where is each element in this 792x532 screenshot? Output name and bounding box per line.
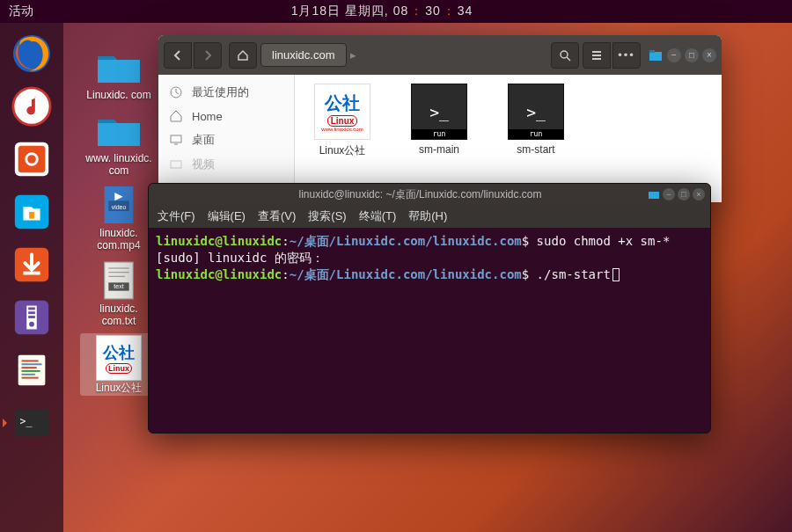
- sidebar-label: Home: [192, 110, 223, 123]
- sidebar-item-recent[interactable]: 最近使用的: [158, 80, 294, 105]
- search-button[interactable]: [551, 42, 579, 69]
- sidebar-item-desktop[interactable]: 桌面: [158, 128, 294, 152]
- menu-view[interactable]: 查看(V): [258, 208, 296, 224]
- desktop-folder-linuxidc[interactable]: Linuxidc. com: [80, 44, 158, 104]
- logo-text: 公社: [103, 342, 135, 363]
- svg-text:text: text: [114, 283, 123, 289]
- folder-small-icon: [648, 188, 660, 200]
- file-label: linuxidc. com.mp4: [82, 228, 156, 252]
- svg-rect-18: [22, 361, 39, 362]
- terminal-content[interactable]: linuxidc@linuxidc:~/桌面/Linuxidc.com/linu…: [149, 228, 710, 288]
- close-button[interactable]: ×: [702, 48, 716, 62]
- desktop-video-file[interactable]: video linuxidc. com.mp4: [80, 182, 158, 254]
- desktop-icons: Linuxidc. com www. linuxidc. com video l…: [79, 44, 158, 396]
- folder-label: Linuxidc. com: [86, 90, 150, 102]
- sidebar-label: 最近使用的: [192, 84, 249, 100]
- file-label: Linux公社: [307, 143, 378, 158]
- text-editor-icon[interactable]: [8, 346, 55, 394]
- video-icon: [169, 157, 183, 171]
- svg-rect-8: [29, 212, 34, 219]
- terminal-titlebar[interactable]: linuxidc@linuxidc: ~/桌面/Linuxidc.com/lin…: [149, 184, 710, 205]
- clock[interactable]: 1月18日 星期四, 08：30：34: [291, 4, 473, 19]
- sidebar-label: 视频: [192, 157, 215, 172]
- maximize-button[interactable]: □: [685, 48, 699, 62]
- svg-line-37: [567, 57, 570, 61]
- maximize-button[interactable]: □: [678, 188, 690, 200]
- menu-search[interactable]: 搜索(S): [308, 208, 346, 224]
- svg-rect-46: [171, 161, 181, 168]
- sidebar-label: 桌面: [192, 132, 215, 148]
- screenshot-icon[interactable]: [8, 135, 55, 183]
- terminal-line: linuxidc@linuxidc:~/桌面/Linuxidc.com/linu…: [156, 233, 703, 250]
- file-exec-sm-start[interactable]: >_ sm-start: [501, 84, 571, 156]
- logo-linux: Linux: [327, 115, 358, 127]
- terminal-window: linuxidc@linuxidc: ~/桌面/Linuxidc.com/lin…: [148, 183, 711, 434]
- svg-point-16: [29, 322, 34, 327]
- svg-rect-42: [649, 50, 655, 53]
- home-icon: [169, 109, 183, 123]
- menu-help[interactable]: 帮助(H): [408, 208, 447, 224]
- firefox-icon[interactable]: [8, 30, 55, 77]
- terminal-title: linuxidc@linuxidc: ~/桌面/Linuxidc.com/lin…: [193, 187, 648, 202]
- desktop-folder-www[interactable]: www. linuxidc. com: [80, 107, 158, 179]
- breadcrumb-item[interactable]: linuxidc.com: [260, 43, 347, 67]
- file-exec-sm-main[interactable]: >_ sm-main: [404, 84, 474, 156]
- more-options-button[interactable]: •••: [612, 42, 641, 69]
- svg-rect-30: [105, 262, 134, 299]
- top-panel: 活动 1月18日 星期四, 08：30：34: [0, 0, 792, 23]
- terminal-menubar: 文件(F) 编辑(E) 查看(V) 搜索(S) 终端(T) 帮助(H): [149, 205, 710, 228]
- folder-label: www. linuxidc. com: [82, 153, 156, 178]
- music-player-icon[interactable]: [8, 83, 55, 130]
- terminal-icon[interactable]: >_: [8, 399, 55, 447]
- file-label: Linux公社: [96, 383, 143, 395]
- logo-linux: Linux: [106, 363, 132, 374]
- terminal-line: linuxidc@linuxidc:~/桌面/Linuxidc.com/linu…: [156, 266, 703, 283]
- file-label: linuxidc. com.txt: [82, 303, 156, 328]
- nav-back-button[interactable]: [164, 42, 192, 69]
- file-label: sm-start: [501, 143, 571, 156]
- menu-file[interactable]: 文件(F): [158, 208, 195, 224]
- sidebar-item-videos[interactable]: 视频: [158, 152, 294, 177]
- desktop-icon: [169, 133, 183, 147]
- clock-icon: [169, 85, 183, 99]
- svg-rect-41: [649, 52, 662, 61]
- menu-terminal[interactable]: 终端(T): [359, 208, 397, 224]
- svg-rect-21: [22, 370, 40, 372]
- svg-point-36: [561, 51, 568, 58]
- svg-rect-44: [171, 135, 181, 142]
- list-view-button[interactable]: [583, 42, 611, 69]
- minimize-button[interactable]: −: [667, 48, 681, 62]
- breadcrumb-home-icon[interactable]: [229, 42, 257, 69]
- logo-text: 公社: [325, 91, 360, 115]
- sidebar-item-home[interactable]: Home: [158, 105, 294, 128]
- logo-url: www.linuxidc.com: [321, 127, 363, 132]
- activities-button[interactable]: 活动: [9, 4, 33, 19]
- nav-forward-button[interactable]: [194, 42, 222, 69]
- desktop-text-file[interactable]: text linuxidc. com.txt: [80, 258, 158, 330]
- svg-rect-23: [22, 377, 39, 379]
- svg-rect-15: [28, 316, 35, 318]
- menu-edit[interactable]: 编辑(E): [208, 208, 246, 224]
- software-center-icon[interactable]: [8, 241, 55, 288]
- files-window: linuxidc.com ▸ ••• − □ × 最近使用的 Home: [158, 35, 722, 202]
- svg-point-6: [27, 155, 36, 164]
- file-label: sm-main: [404, 143, 474, 156]
- folder-small-icon: [648, 47, 664, 63]
- svg-rect-13: [28, 308, 35, 310]
- cursor: [612, 268, 620, 281]
- svg-text:video: video: [112, 204, 127, 210]
- svg-rect-14: [28, 311, 35, 314]
- svg-rect-20: [22, 367, 37, 368]
- files-icon[interactable]: [8, 188, 55, 236]
- svg-rect-10: [23, 272, 40, 275]
- archive-manager-icon[interactable]: [8, 294, 55, 341]
- close-button[interactable]: ×: [693, 188, 705, 200]
- desktop-image-file[interactable]: 公社 Linux Linux公社: [80, 333, 158, 397]
- svg-rect-47: [649, 192, 659, 199]
- svg-text:>_: >_: [20, 415, 33, 427]
- files-titlebar[interactable]: linuxidc.com ▸ ••• − □ ×: [158, 35, 722, 75]
- svg-rect-19: [22, 363, 42, 365]
- minimize-button[interactable]: −: [663, 188, 675, 200]
- file-image[interactable]: 公社 Linux www.linuxidc.com Linux公社: [307, 84, 378, 158]
- terminal-line: [sudo] linuxidc 的密码：: [156, 250, 703, 266]
